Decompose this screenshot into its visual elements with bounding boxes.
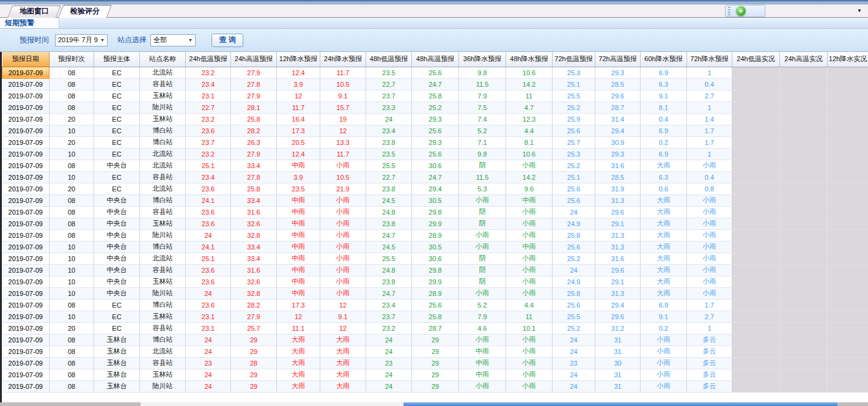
cell[interactable]: 2019-07-09 [2, 229, 50, 241]
cell[interactable]: 31.6 [231, 206, 277, 218]
cell[interactable]: 多云 [687, 380, 732, 392]
cell[interactable]: 中雨 [459, 369, 506, 380]
cell[interactable] [780, 183, 828, 194]
cell[interactable]: 北流站 [140, 345, 186, 357]
cell[interactable]: 27.9 [231, 148, 277, 160]
cell[interactable]: 小雨 [687, 194, 732, 206]
cell[interactable]: 7.5 [459, 102, 506, 113]
cell[interactable]: 2.7 [687, 90, 732, 102]
column-header[interactable]: 48h降水预报 [506, 52, 553, 67]
cell[interactable]: 9.1 [320, 311, 366, 322]
cell[interactable]: 24.9 [553, 218, 595, 229]
cell[interactable]: 1.7 [687, 299, 732, 311]
cell[interactable]: 小雨 [641, 345, 687, 357]
cell[interactable]: 小雨 [506, 380, 553, 392]
cell[interactable]: 27.9 [231, 311, 277, 322]
cell[interactable]: 28.2 [231, 299, 277, 311]
cell[interactable]: 北流站 [140, 253, 186, 264]
cell[interactable]: 24 [186, 369, 231, 380]
cell[interactable]: 阴 [459, 276, 506, 287]
cell[interactable] [732, 311, 780, 322]
cell[interactable]: 23.8 [366, 183, 412, 194]
cell[interactable]: 玉林台 [94, 357, 140, 369]
cell[interactable]: 32.6 [231, 218, 277, 229]
cell[interactable]: 小雨 [459, 380, 506, 392]
cell[interactable]: 2019-07-09 [2, 287, 50, 299]
cell[interactable]: 小雨 [320, 194, 366, 206]
cell[interactable] [780, 287, 828, 299]
cell[interactable]: 23.5 [277, 183, 320, 194]
cell[interactable]: 2019-07-09 [2, 380, 50, 392]
cell[interactable]: 31.3 [595, 194, 641, 206]
cell[interactable]: 31 [595, 334, 641, 345]
cell[interactable] [780, 241, 828, 253]
cell[interactable]: 中央台 [94, 253, 140, 264]
cell[interactable] [828, 229, 868, 241]
cell[interactable]: 24.5 [366, 194, 412, 206]
cell[interactable]: 23.7 [186, 136, 231, 148]
cell[interactable]: 08 [50, 345, 94, 357]
cell[interactable]: 中雨 [277, 276, 320, 287]
cell[interactable]: 33.4 [231, 194, 277, 206]
cell[interactable]: 小雨 [506, 345, 553, 357]
cell[interactable]: 小雨 [506, 357, 553, 369]
cell[interactable]: 大雨 [320, 345, 366, 357]
cell[interactable]: 10 [50, 264, 94, 276]
cell[interactable]: 10 [50, 241, 94, 253]
cell[interactable]: EC [94, 102, 140, 113]
cell[interactable]: 2019-07-09 [2, 334, 50, 345]
cell[interactable]: 2.7 [687, 311, 732, 322]
cell[interactable]: 23.4 [186, 78, 231, 90]
cell[interactable]: 25.1 [553, 171, 595, 183]
add-button[interactable]: + [736, 6, 746, 16]
cell[interactable] [732, 125, 780, 136]
cell[interactable]: 2019-07-09 [2, 136, 50, 148]
cell[interactable]: 28.9 [412, 287, 459, 299]
cell[interactable]: 11 [506, 311, 553, 322]
cell[interactable]: 23.6 [186, 264, 231, 276]
cell[interactable]: EC [94, 90, 140, 102]
cell[interactable] [828, 171, 868, 183]
cell[interactable]: 中雨 [277, 194, 320, 206]
cell[interactable]: 12 [277, 311, 320, 322]
cell[interactable]: 24 [553, 264, 595, 276]
cell[interactable]: 28.5 [595, 171, 641, 183]
cell[interactable]: 32.6 [231, 276, 277, 287]
cell[interactable]: 29 [412, 357, 459, 369]
cell[interactable]: 20 [50, 113, 94, 125]
cell[interactable]: 阴 [459, 218, 506, 229]
cell[interactable]: 2019-07-09 [2, 299, 50, 311]
cell[interactable] [780, 253, 828, 264]
cell[interactable]: 30.5 [412, 241, 459, 253]
cell[interactable]: 1.7 [687, 136, 732, 148]
cell[interactable]: 小雨 [687, 241, 732, 253]
cell[interactable]: 29.6 [595, 206, 641, 218]
cell[interactable]: 2019-07-09 [2, 183, 50, 194]
cell[interactable]: 25.6 [553, 241, 595, 253]
cell[interactable]: 3.9 [277, 171, 320, 183]
cell[interactable] [732, 345, 780, 357]
cell[interactable]: 14.2 [506, 78, 553, 90]
cell[interactable]: 22.7 [366, 78, 412, 90]
column-header[interactable]: 72h高温预报 [595, 52, 641, 67]
cell[interactable]: 30.6 [412, 160, 459, 171]
column-header[interactable]: 预报时次 [50, 52, 94, 67]
cell[interactable]: 29 [231, 345, 277, 357]
cell[interactable]: 28.9 [412, 229, 459, 241]
cell[interactable]: 24.7 [412, 78, 459, 90]
cell[interactable]: 大雨 [641, 218, 687, 229]
cell[interactable]: 12 [320, 299, 366, 311]
cell[interactable]: 11.7 [320, 148, 366, 160]
cell[interactable]: 31.3 [595, 287, 641, 299]
cell[interactable]: 25.8 [412, 90, 459, 102]
cell[interactable]: 9.8 [459, 67, 506, 78]
cell[interactable]: 3.9 [277, 78, 320, 90]
cell[interactable] [780, 311, 828, 322]
cell[interactable]: 小雨 [641, 334, 687, 345]
cell[interactable]: 2019-07-09 [2, 264, 50, 276]
cell[interactable]: 博白站 [140, 241, 186, 253]
cell[interactable]: 小雨 [687, 253, 732, 264]
cell[interactable]: 大雨 [277, 369, 320, 380]
cell[interactable]: 31.3 [595, 241, 641, 253]
cell[interactable]: 10 [50, 148, 94, 160]
